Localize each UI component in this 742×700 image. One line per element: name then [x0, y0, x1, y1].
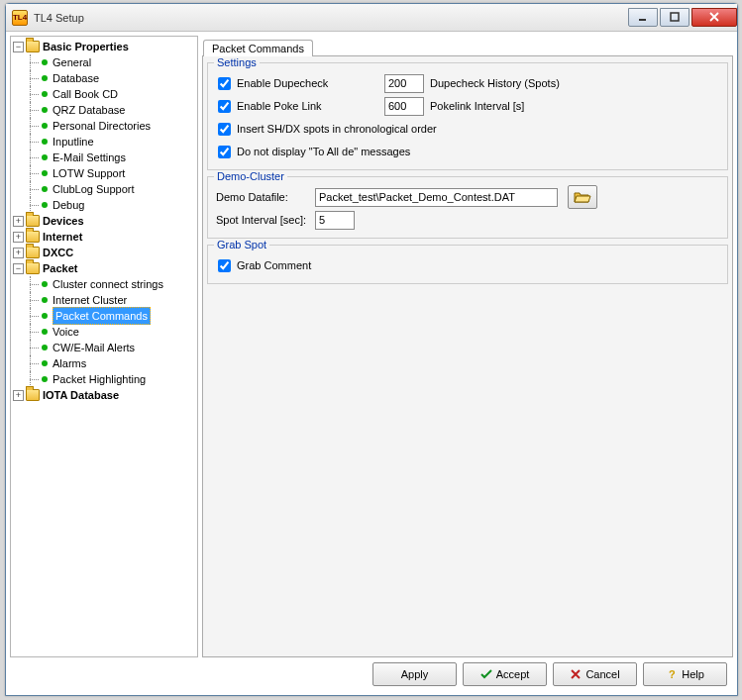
question-icon: ? [666, 668, 678, 680]
tree-label: Devices [43, 213, 84, 229]
tree-node-database[interactable]: Database [11, 70, 197, 86]
tree-label: DXCC [43, 245, 73, 260]
folder-icon [26, 262, 40, 274]
collapse-icon[interactable]: − [13, 263, 24, 274]
tree-label: Packet Commands [53, 307, 151, 325]
tree-label: Personal Directories [53, 118, 151, 134]
expand-icon[interactable]: + [13, 390, 24, 401]
svg-rect-1 [671, 13, 679, 21]
bullet-icon [42, 75, 48, 81]
group-legend: Demo-Cluster [214, 170, 287, 182]
tree-node-cluster-connect[interactable]: Cluster connect strings [11, 276, 197, 292]
checkbox-input[interactable] [218, 123, 231, 136]
tree-node-lotw[interactable]: LOTW Support [11, 165, 197, 181]
tree-label: QRZ Database [53, 102, 125, 118]
tree-label: Internet [43, 229, 82, 245]
folder-icon [26, 215, 40, 227]
tree-node-clublog[interactable]: ClubLog Support [11, 181, 197, 197]
expand-icon[interactable]: + [13, 232, 24, 243]
tree-label: General [53, 54, 91, 70]
tree-label: Voice [53, 324, 79, 340]
checkbox-do-not-display[interactable]: Do not display "To All de" messages [216, 146, 410, 158]
bullet-icon [42, 281, 48, 287]
tree-node-qrz[interactable]: QRZ Database [11, 102, 197, 118]
tree-node-cw-alerts[interactable]: CW/E-Mail Alerts [11, 340, 197, 355]
tree-node-inputline[interactable]: Inputline [11, 134, 197, 150]
bullet-icon [42, 154, 48, 160]
tree-node-personal-dirs[interactable]: Personal Directories [11, 118, 197, 134]
expand-icon[interactable]: + [13, 216, 24, 227]
bullet-icon [42, 329, 48, 335]
checkbox-label: Enable Dupecheck [237, 77, 328, 89]
bullet-icon [42, 123, 48, 129]
spot-interval-input[interactable] [315, 211, 355, 230]
tree-label: Packet [43, 260, 77, 276]
tree-label: Packet Highlighting [53, 371, 146, 387]
tree-label: ClubLog Support [53, 181, 135, 197]
maximize-button[interactable] [660, 8, 689, 27]
tree-node-packet-commands[interactable]: Packet Commands [11, 308, 197, 324]
tree-node-email[interactable]: E-Mail Settings [11, 150, 197, 165]
checkbox-enable-pokelink[interactable]: Enable Poke Link [216, 100, 384, 113]
pokelink-interval-input[interactable] [384, 97, 424, 116]
checkbox-grab-comment[interactable]: Grab Comment [216, 259, 384, 272]
browse-button[interactable] [568, 185, 597, 209]
checkbox-input[interactable] [218, 146, 231, 158]
dialog-footer: Apply Accept Cancel ? Help [10, 657, 733, 691]
folder-icon [26, 247, 40, 258]
bullet-icon [42, 313, 48, 319]
cancel-button[interactable]: Cancel [553, 662, 637, 686]
group-settings: Settings Enable Dupecheck Dupecheck Hist… [207, 62, 728, 170]
tree-node-packet[interactable]: −Packet [11, 260, 197, 276]
tree-node-general[interactable]: General [11, 54, 197, 70]
tree-label: Alarms [53, 355, 86, 371]
checkbox-insert-shdx[interactable]: Insert SH/DX spots in chronological orde… [216, 123, 437, 136]
tree-label: Basic Properties [43, 39, 129, 54]
tree-node-alarms[interactable]: Alarms [11, 355, 197, 371]
check-icon [480, 668, 492, 680]
tree-node-basic-properties[interactable]: − Basic Properties [11, 39, 197, 54]
tree-label: CW/E-Mail Alerts [53, 340, 135, 355]
close-button[interactable] [691, 8, 737, 27]
tree-node-devices[interactable]: +Devices [11, 213, 197, 229]
spot-interval-label: Spot Interval [sec]: [216, 214, 315, 226]
bullet-icon [42, 91, 48, 97]
tree-node-voice[interactable]: Voice [11, 324, 197, 340]
folder-open-icon [574, 190, 591, 204]
accept-button[interactable]: Accept [463, 662, 547, 686]
checkbox-input[interactable] [218, 77, 231, 90]
checkbox-input[interactable] [218, 100, 231, 113]
demo-datafile-label: Demo Datafile: [216, 191, 315, 203]
button-label: Apply [401, 668, 429, 680]
demo-datafile-input[interactable] [315, 188, 558, 207]
group-grab-spot: Grab Spot Grab Comment [207, 245, 728, 284]
tab-packet-commands[interactable]: Packet Commands [203, 40, 313, 56]
tree-node-packet-highlight[interactable]: Packet Highlighting [11, 371, 197, 387]
nav-tree[interactable]: − Basic Properties General Database Call… [10, 36, 198, 657]
dupecheck-history-input[interactable] [384, 74, 424, 93]
checkbox-input[interactable] [218, 259, 231, 272]
bullet-icon [42, 59, 48, 65]
tree-node-internet-cluster[interactable]: Internet Cluster [11, 292, 197, 308]
tree-label: Database [53, 70, 99, 86]
tree-label: LOTW Support [53, 165, 125, 181]
expand-icon[interactable]: + [13, 248, 24, 258]
tree-node-dxcc[interactable]: +DXCC [11, 245, 197, 260]
folder-icon [26, 41, 40, 52]
tree-label: Cluster connect strings [53, 276, 163, 292]
checkbox-label: Insert SH/DX spots in chronological orde… [237, 123, 437, 135]
tree-node-debug[interactable]: Debug [11, 197, 197, 213]
bullet-icon [42, 202, 48, 208]
checkbox-label: Do not display "To All de" messages [237, 146, 410, 157]
collapse-icon[interactable]: − [13, 42, 24, 52]
minimize-button[interactable] [628, 8, 658, 27]
tree-node-internet[interactable]: +Internet [11, 229, 197, 245]
help-button[interactable]: ? Help [643, 662, 727, 686]
tree-node-iota[interactable]: +IOTA Database [11, 387, 197, 403]
checkbox-enable-dupecheck[interactable]: Enable Dupecheck [216, 77, 384, 90]
svg-rect-0 [639, 19, 646, 21]
tree-node-callbook[interactable]: Call Book CD [11, 86, 197, 102]
tree-label: E-Mail Settings [53, 150, 126, 165]
tree-label: Internet Cluster [53, 292, 127, 308]
apply-button[interactable]: Apply [372, 662, 457, 686]
